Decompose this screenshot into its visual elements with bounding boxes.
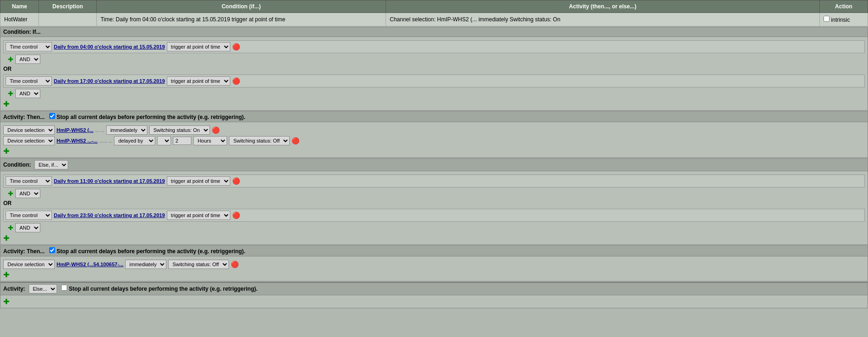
add-and-else-1[interactable]: ✚ (8, 190, 13, 197)
add-and-else-2[interactable]: ✚ (8, 224, 13, 231)
condition-else-header: Condition: Else, if... (0, 159, 868, 171)
stop-delays-checkbox-2[interactable] (49, 247, 55, 253)
and-row-1: ✚ AND (8, 55, 865, 64)
and-select-else-1[interactable]: AND (15, 189, 40, 198)
condition-else-row-2: Time control Daily from 23:50 o'clock st… (3, 209, 865, 222)
add-activity-else[interactable]: ✚ (3, 297, 865, 306)
action-checkbox[interactable] (824, 16, 830, 22)
stop-delays-checkbox-1[interactable] (49, 113, 55, 119)
else-if-select[interactable]: Else, if... (34, 160, 68, 169)
stop-delays-label-2: Stop all current delays before performin… (57, 248, 245, 255)
device-extra-1: ... ... (95, 128, 104, 133)
time-control-select-2[interactable]: Time control (6, 76, 52, 86)
delete-activity-then2[interactable]: 🔴 (231, 261, 239, 268)
status-select-1[interactable]: Switching status: On Switching status: O… (149, 125, 210, 135)
condition-row-1: Time control Daily from 04:00 o'clock st… (3, 40, 865, 53)
trigger-select-2[interactable]: trigger at point of time (167, 76, 230, 86)
action-label: intrinsic (831, 17, 850, 23)
condition-else-row-1: Time control Daily from 11:00 o'clock st… (3, 175, 865, 187)
condition-row-2: Time control Daily from 17:00 o'clock st… (3, 75, 865, 87)
device-select-2[interactable]: Device selection (3, 136, 55, 145)
activity-row-then2-1: Device selection HmIP-WHS2 (...54.100657… (3, 260, 865, 269)
row-name: HotWater (0, 13, 39, 26)
activity-then1-header: Activity: Then... Stop all current delay… (0, 112, 868, 122)
stop-delays-checkbox-else[interactable] (61, 285, 67, 291)
mode-select-2[interactable]: immediately delayed by (114, 136, 155, 145)
mode-select-1[interactable]: immediately delayed by (106, 125, 147, 135)
add-and-2[interactable]: ✚ (8, 90, 13, 97)
status-select-2[interactable]: Switching status: Off Switching status: … (229, 136, 290, 145)
activity-then2-header: Activity: Then... Stop all current delay… (0, 246, 868, 256)
trigger-select-else-2[interactable]: trigger at point of time (167, 211, 230, 220)
trigger-select-1[interactable]: trigger at point of time (167, 42, 230, 51)
trigger-select-else-1[interactable]: trigger at point of time (167, 176, 230, 186)
time-control-select-1[interactable]: Time control (6, 42, 52, 51)
and-select-1[interactable]: AND (15, 55, 40, 64)
activity-row-2: Device selection HmIP-WHS2 ...-... .....… (3, 136, 865, 145)
condition-else-text-1[interactable]: Daily from 11:00 o'clock starting at 17.… (54, 178, 165, 184)
delay-value-input[interactable] (173, 137, 191, 145)
time-control-select-else-1[interactable]: Time control (6, 176, 52, 186)
device-name-1[interactable]: HmIP-WHS2 (... (57, 127, 93, 133)
or-label-1: OR (3, 65, 865, 73)
delete-condition-1[interactable]: 🔴 (232, 43, 240, 50)
device-name-2[interactable]: HmIP-WHS2 ...-... (57, 138, 98, 144)
time-control-select-else-2[interactable]: Time control (6, 211, 52, 220)
stop-delays-label-else: Stop all current delays before performin… (69, 286, 257, 292)
activity-else-header: Activity: Else... Stop all current delay… (0, 283, 868, 295)
activity-row-1: Device selection HmIP-WHS2 (... ... ... … (3, 125, 865, 135)
and-row-else-1: ✚ AND (8, 189, 865, 198)
or-label-else-1: OR (3, 199, 865, 207)
delete-condition-else-2[interactable]: 🔴 (232, 212, 240, 219)
and-row-else-2: ✚ AND (8, 223, 865, 232)
col-action: Action (819, 0, 868, 13)
device-select-1[interactable]: Device selection (3, 125, 55, 135)
delete-activity-1[interactable]: 🔴 (212, 126, 220, 134)
condition-else-text-2[interactable]: Daily from 23:50 o'clock starting at 17.… (54, 212, 165, 218)
device-name-then2[interactable]: HmIP-WHS2 (...54.100657-... (57, 262, 123, 267)
add-or-else[interactable]: ✚ (3, 234, 865, 243)
stop-delays-label-1: Stop all current delays before performin… (57, 114, 245, 120)
add-activity-1[interactable]: ✚ (3, 147, 865, 156)
col-condition: Condition (if...) (96, 0, 386, 13)
delay-unit-select[interactable]: Hours Minutes Seconds (193, 136, 227, 145)
mode-select-then2[interactable]: immediately (125, 260, 166, 269)
and-row-2: ✚ AND (8, 89, 865, 98)
and-select-2[interactable]: AND (15, 89, 40, 98)
col-name: Name (0, 0, 39, 13)
delete-condition-else-1[interactable]: 🔴 (232, 177, 240, 185)
device-extra-2: ...... ... (100, 138, 113, 144)
delete-condition-2[interactable]: 🔴 (232, 77, 240, 85)
else-activity-select[interactable]: Else... (29, 284, 57, 293)
add-or-1[interactable]: ✚ (3, 100, 865, 108)
condition-text-1[interactable]: Daily from 04:00 o'clock starting at 15.… (54, 44, 165, 50)
row-description (39, 13, 97, 26)
and-select-else-2[interactable]: AND (15, 223, 40, 232)
row-action: intrinsic (819, 13, 868, 26)
condition-if-header: Condition: If... (0, 27, 868, 37)
status-select-then2[interactable]: Switching status: Off Switching status: … (168, 260, 229, 269)
add-and-1[interactable]: ✚ (8, 56, 13, 63)
col-activity: Activity (then..., or else...) (386, 0, 819, 13)
delay-by-select[interactable] (157, 136, 171, 145)
add-activity-then2[interactable]: ✚ (3, 270, 865, 279)
row-condition: Time: Daily from 04:00 o'clock starting … (96, 13, 386, 26)
delete-activity-2[interactable]: 🔴 (291, 137, 299, 144)
col-description: Description (39, 0, 97, 13)
row-activity: Channel selection: HmIP-WHS2 (... immedi… (386, 13, 819, 26)
device-select-then2[interactable]: Device selection (3, 260, 55, 269)
condition-text-2[interactable]: Daily from 17:00 o'clock starting at 17.… (54, 78, 165, 84)
